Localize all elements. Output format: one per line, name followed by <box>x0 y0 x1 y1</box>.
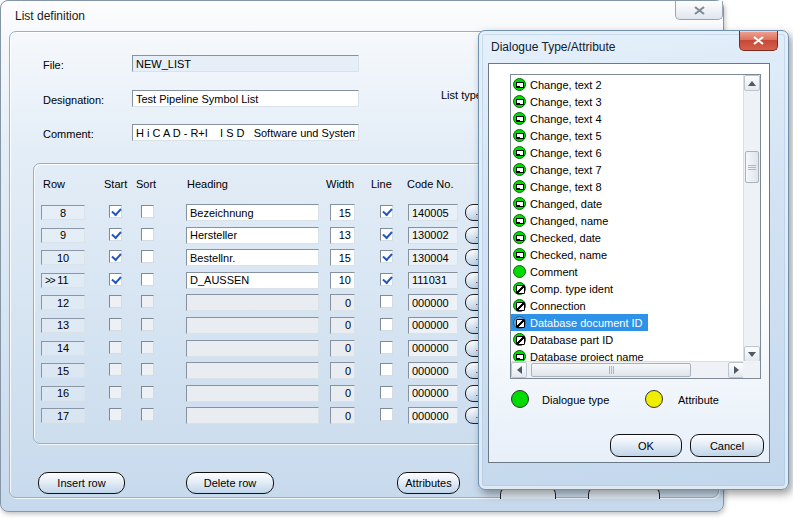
list-item[interactable]: Connection <box>511 297 743 314</box>
heading-input <box>186 385 319 402</box>
scroll-right-button[interactable] <box>728 362 744 378</box>
list-item[interactable]: Checked, name <box>511 246 743 263</box>
line-checkbox <box>380 341 393 354</box>
dialogue-type-icon <box>513 112 526 125</box>
dialogue-type-icon <box>513 265 526 278</box>
heading-input <box>186 317 319 334</box>
row-number-field: >>11 <box>41 273 85 288</box>
ok-button[interactable]: OK <box>610 434 682 457</box>
start-checkbox <box>109 386 122 399</box>
dialogue-type-icon <box>513 282 526 295</box>
list-item[interactable]: Change, text 6 <box>511 144 743 161</box>
arrow-right-icon <box>734 366 739 374</box>
width-input <box>330 385 355 402</box>
width-input[interactable] <box>330 249 355 266</box>
list-item[interactable]: Change, text 8 <box>511 178 743 195</box>
insert-row-button[interactable]: Insert row <box>38 472 125 494</box>
designation-label: Designation: <box>43 94 104 106</box>
file-field <box>132 55 359 72</box>
row-number-field: 10 <box>41 250 85 265</box>
close-icon <box>694 6 705 15</box>
start-checkbox <box>109 295 122 308</box>
code-field <box>408 340 458 357</box>
cancel-button[interactable]: Cancel <box>690 434 764 457</box>
close-button[interactable] <box>675 1 723 20</box>
heading-input <box>186 407 319 424</box>
row-number-field: 12 <box>41 295 85 310</box>
scroll-up-button[interactable] <box>744 75 760 91</box>
attribute-legend-icon <box>645 390 663 408</box>
dialogue-type-legend-label: Dialogue type <box>542 394 609 406</box>
list-item[interactable]: Change, text 5 <box>511 127 743 144</box>
row-number-field: 14 <box>41 341 85 356</box>
list-item[interactable]: Change, text 2 <box>511 76 743 93</box>
line-checkbox[interactable] <box>380 250 393 263</box>
list-item[interactable]: Comment <box>511 263 743 280</box>
attribute-listbox[interactable]: Change, text 2 Change, text 3 Change, te… <box>510 74 761 379</box>
heading-input <box>186 294 319 311</box>
line-checkbox[interactable] <box>380 273 393 286</box>
sort-checkbox[interactable] <box>141 250 154 263</box>
start-checkbox <box>109 341 122 354</box>
horizontal-scroll-thumb[interactable] <box>531 363 691 377</box>
start-checkbox[interactable] <box>109 273 122 286</box>
dialog-close-button[interactable] <box>739 31 778 51</box>
col-header-code: Code No. <box>407 178 453 190</box>
dialog-title: Dialogue Type/Attribute <box>491 40 616 54</box>
dialogue-type-icon <box>513 129 526 142</box>
designation-field[interactable] <box>132 90 359 107</box>
dialogue-type-icon <box>513 299 526 312</box>
vertical-scroll-thumb[interactable] <box>745 151 759 183</box>
heading-input[interactable] <box>186 272 319 289</box>
line-checkbox[interactable] <box>380 205 393 218</box>
sort-checkbox <box>141 341 154 354</box>
scroll-down-button[interactable] <box>744 346 760 362</box>
arrow-left-icon <box>517 366 522 374</box>
code-field <box>408 317 458 334</box>
start-checkbox[interactable] <box>109 205 122 218</box>
heading-input <box>186 340 319 357</box>
vertical-scrollbar[interactable] <box>743 75 760 362</box>
list-item[interactable]: Comp. type ident <box>511 280 743 297</box>
list-item[interactable]: Change, text 7 <box>511 161 743 178</box>
sort-checkbox <box>141 295 154 308</box>
attributes-button[interactable]: Attributes <box>397 472 460 494</box>
comment-field[interactable] <box>132 124 359 141</box>
sort-checkbox[interactable] <box>141 273 154 286</box>
sort-checkbox[interactable] <box>141 205 154 218</box>
heading-input[interactable] <box>186 204 319 221</box>
list-item[interactable]: Database part ID <box>511 331 743 348</box>
line-checkbox <box>380 408 393 421</box>
list-item-selected[interactable]: Database document ID <box>511 314 648 331</box>
start-checkbox <box>109 408 122 421</box>
width-input[interactable] <box>330 227 355 244</box>
start-checkbox[interactable] <box>109 250 122 263</box>
list-item[interactable]: Changed, date <box>511 195 743 212</box>
dialogue-type-icon <box>513 333 526 346</box>
attribute-legend-label: Attribute <box>678 394 719 406</box>
list-item[interactable]: Changed, name <box>511 212 743 229</box>
dialogue-type-icon <box>513 231 526 244</box>
code-field <box>408 249 458 266</box>
start-checkbox[interactable] <box>109 228 122 241</box>
width-input[interactable] <box>330 272 355 289</box>
heading-input[interactable] <box>186 227 319 244</box>
width-input[interactable] <box>330 204 355 221</box>
horizontal-scrollbar[interactable] <box>511 361 744 378</box>
list-item[interactable]: Change, text 3 <box>511 93 743 110</box>
width-input <box>330 317 355 334</box>
comment-label: Comment: <box>43 128 94 140</box>
line-checkbox <box>380 363 393 376</box>
col-header-heading: Heading <box>187 178 228 190</box>
sort-checkbox[interactable] <box>141 228 154 241</box>
sort-checkbox <box>141 318 154 331</box>
heading-input[interactable] <box>186 249 319 266</box>
delete-row-button[interactable]: Delete row <box>186 472 274 494</box>
scroll-left-button[interactable] <box>511 362 527 378</box>
list-item[interactable]: Checked, date <box>511 229 743 246</box>
sort-checkbox <box>141 386 154 399</box>
line-checkbox[interactable] <box>380 228 393 241</box>
dialogue-type-icon <box>513 95 526 108</box>
list-item[interactable]: Change, text 4 <box>511 110 743 127</box>
code-field <box>408 272 458 289</box>
